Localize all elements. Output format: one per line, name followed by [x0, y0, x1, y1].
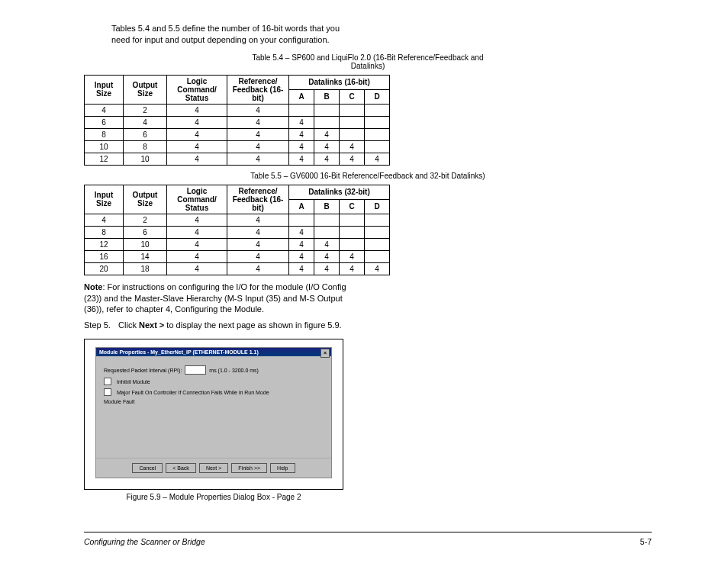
- table-row: 4244: [85, 104, 390, 116]
- module-properties-dialog: Module Properties - My_EtherNet_IP (ETHE…: [95, 347, 332, 478]
- cell: 4: [167, 226, 227, 238]
- cell: 4: [289, 140, 314, 153]
- page-footer: Configuring the Scanner or Bridge 5-7: [84, 532, 652, 546]
- finish-button[interactable]: Finish >>: [231, 463, 267, 473]
- cell: [340, 238, 365, 250]
- th-logic: Logic Command/ Status: [167, 185, 227, 214]
- table-row: 1210444444: [85, 153, 390, 165]
- step-post: to display the next page as shown in fig…: [164, 320, 341, 330]
- cell: 4: [340, 262, 365, 275]
- table-row: 12104444: [85, 238, 390, 250]
- cell: [365, 250, 390, 262]
- cell: 6: [124, 226, 167, 238]
- cell: 4: [365, 153, 390, 165]
- table55: Input Size Output Size Logic Command/ St…: [84, 185, 390, 275]
- cell: 6: [124, 128, 167, 140]
- back-button[interactable]: < Back: [166, 463, 196, 473]
- cell: 4: [227, 214, 289, 226]
- cell: 4: [340, 250, 365, 262]
- table-row: 2018444444: [85, 262, 390, 275]
- cell: 4: [289, 262, 314, 275]
- cell: 4: [85, 214, 124, 226]
- cell: 4: [340, 153, 365, 165]
- cell: 4: [167, 250, 227, 262]
- cell: 4: [365, 262, 390, 275]
- rpi-label: Requested Packet Interval (RPI):: [104, 368, 182, 373]
- table-row: 4244: [85, 214, 390, 226]
- inhibit-label: Inhibit Module: [117, 379, 150, 384]
- cancel-button[interactable]: Cancel: [132, 463, 163, 473]
- cell: [365, 104, 390, 116]
- cell: 4: [227, 128, 289, 140]
- note-body: : For instructions on configuring the I/…: [84, 282, 346, 314]
- cell: 4: [314, 238, 340, 250]
- cell: 12: [85, 153, 124, 165]
- cell: [289, 214, 314, 226]
- cell: 4: [167, 116, 227, 128]
- cell: 4: [314, 140, 340, 153]
- table-row: 64444: [85, 116, 390, 128]
- cell: 4: [167, 104, 227, 116]
- cell: 2: [124, 214, 167, 226]
- th-b: B: [314, 199, 340, 214]
- cell: 4: [289, 128, 314, 140]
- dialog-titlebar: Module Properties - My_EtherNet_IP (ETHE…: [96, 348, 331, 356]
- cell: 20: [85, 262, 124, 275]
- cell: 18: [124, 262, 167, 275]
- table54: Input Size Output Size Logic Command/ St…: [84, 75, 390, 166]
- th-b: B: [314, 89, 340, 104]
- majorfault-checkbox[interactable]: [104, 388, 111, 396]
- cell: 14: [124, 250, 167, 262]
- footer-page-number: 5-7: [640, 537, 652, 546]
- cell: 4: [289, 250, 314, 262]
- th-logic: Logic Command/ Status: [167, 75, 227, 104]
- th-input: Input Size: [85, 185, 124, 214]
- cell: [365, 214, 390, 226]
- step-pre: Click: [118, 320, 139, 330]
- cell: [340, 128, 365, 140]
- footer-left: Configuring the Scanner or Bridge: [84, 537, 205, 546]
- step5: Step 5. Click Next > to display the next…: [84, 320, 351, 331]
- cell: 12: [85, 238, 124, 250]
- cell: [365, 226, 390, 238]
- rpi-input[interactable]: [185, 365, 206, 375]
- cell: 8: [124, 140, 167, 153]
- cell: 4: [227, 104, 289, 116]
- cell: 4: [167, 153, 227, 165]
- cell: 2: [124, 104, 167, 116]
- th-c: C: [340, 199, 365, 214]
- cell: 4: [227, 140, 289, 153]
- figure-frame: Module Properties - My_EtherNet_IP (ETHE…: [84, 339, 343, 490]
- note-paragraph: Note: For instructions on configuring th…: [84, 282, 351, 316]
- cell: 10: [124, 153, 167, 165]
- th-d: D: [365, 199, 390, 214]
- cell: 4: [314, 262, 340, 275]
- help-button[interactable]: Help: [270, 463, 295, 473]
- th-a: A: [289, 199, 314, 214]
- cell: 4: [314, 128, 340, 140]
- cell: [314, 104, 340, 116]
- cell: [340, 214, 365, 226]
- cell: 4: [227, 238, 289, 250]
- th-output: Output Size: [124, 185, 167, 214]
- table55-caption: Table 5.5 – GV6000 16-Bit Reference/Feed…: [234, 172, 501, 180]
- table-row: 10844444: [85, 140, 390, 153]
- cell: 4: [227, 262, 289, 275]
- cell: [365, 238, 390, 250]
- cell: 4: [227, 250, 289, 262]
- cell: 4: [167, 140, 227, 153]
- cell: 4: [340, 140, 365, 153]
- table54-caption: Table 5.4 – SP600 and LiquiFlo 2.0 (16-B…: [234, 53, 501, 70]
- inhibit-checkbox[interactable]: [104, 378, 111, 385]
- cell: 4: [227, 153, 289, 165]
- cell: 4: [289, 238, 314, 250]
- next-button[interactable]: Next >: [199, 463, 228, 473]
- cell: 10: [124, 238, 167, 250]
- cell: 4: [85, 104, 124, 116]
- cell: 8: [85, 226, 124, 238]
- cell: [340, 226, 365, 238]
- cell: 4: [289, 116, 314, 128]
- close-icon[interactable]: ×: [321, 349, 330, 358]
- th-ref: Reference/ Feedback (16-bit): [227, 185, 289, 214]
- th-c: C: [340, 89, 365, 104]
